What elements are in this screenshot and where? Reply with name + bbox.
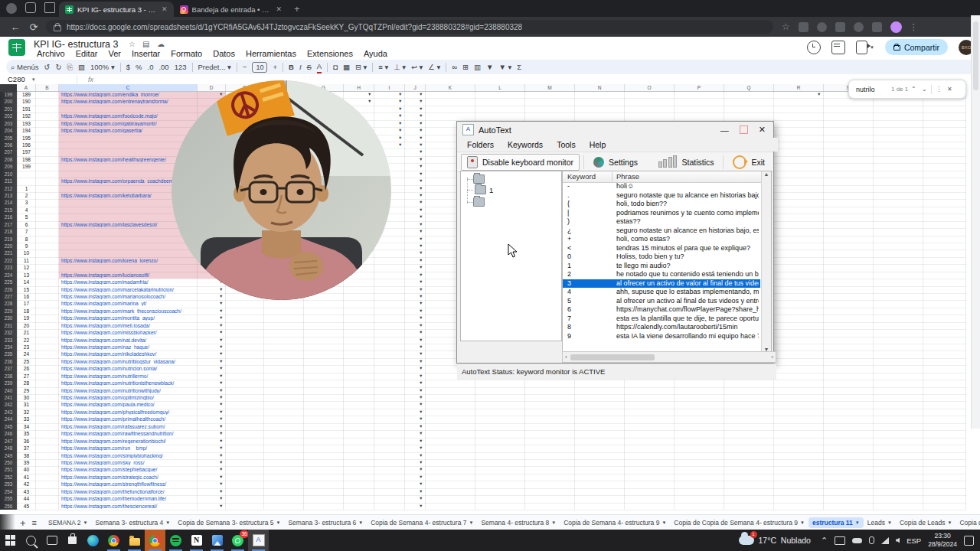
phrase-cell[interactable]: podriamos reunirnos y te cuento como imp…: [616, 209, 759, 217]
cell-link[interactable]: https://www.instagram.com/nat.devita/: [61, 337, 196, 343]
cell-value[interactable]: 7: [17, 229, 36, 234]
cell-dropdown-icon[interactable]: ▼: [419, 402, 423, 407]
cell-dropdown-icon[interactable]: ▼: [419, 431, 423, 436]
cell-link[interactable]: https://www.instagram.com/gabirayamontr/: [61, 121, 196, 126]
cell-dropdown-icon[interactable]: ▼: [219, 388, 223, 393]
tray-device-icon[interactable]: [835, 536, 845, 545]
cell-dropdown-icon[interactable]: ▼: [219, 308, 223, 314]
sheet-tab-menu-icon[interactable]: ▼: [662, 520, 666, 525]
cell-dropdown-icon[interactable]: ▼: [419, 207, 423, 213]
text-color-icon[interactable]: A: [317, 61, 322, 73]
cell-value[interactable]: 199: [17, 164, 36, 169]
photos-icon[interactable]: [207, 530, 227, 551]
cell-link[interactable]: https://www.instagram.com/marianosolocoa…: [61, 294, 196, 299]
action-center-icon[interactable]: [964, 536, 974, 546]
notion-icon[interactable]: N: [186, 530, 207, 551]
autotext-title-bar[interactable]: A AutoText — ✕: [457, 122, 773, 139]
cell-dropdown-icon[interactable]: ▼: [419, 157, 423, 162]
cell-dropdown-icon[interactable]: ▼: [419, 106, 423, 112]
row-header[interactable]: 228: [0, 301, 17, 306]
cell-link[interactable]: https://www.instagram.com/endika_monroe/: [61, 92, 196, 97]
paint-format-icon[interactable]: ▧: [78, 60, 85, 74]
grid-vertical-scrollbar[interactable]: [971, 15, 980, 429]
phrase-cell[interactable]: he notado que tu contenido está teniendo…: [616, 270, 759, 278]
cell-dropdown-icon[interactable]: ▼: [219, 337, 223, 343]
bookmark-star-icon[interactable]: ☆: [782, 22, 790, 32]
phrase-cell[interactable]: al ofrecer un activo al final de tus vid…: [616, 297, 759, 305]
cell-value[interactable]: 36: [17, 439, 36, 444]
text-wrap-icon[interactable]: ↩ ▾: [411, 60, 423, 74]
cell-value[interactable]: 18: [17, 308, 36, 314]
file-explorer-icon[interactable]: [124, 530, 145, 551]
phrase-column-header[interactable]: Phrase: [616, 172, 639, 181]
cell-dropdown-icon[interactable]: ▼: [419, 128, 423, 133]
cell-dropdown-icon[interactable]: ▼: [419, 113, 423, 119]
menu-herramientas[interactable]: Herramientas: [241, 49, 301, 58]
cell-link[interactable]: https://www.instagram.com/nutriblogstur_…: [61, 359, 196, 364]
row-header[interactable]: 236: [0, 359, 17, 364]
row-header[interactable]: 222: [0, 258, 17, 263]
sheet-tab[interactable]: estructura 11▼: [808, 517, 864, 528]
menu-editar[interactable]: Editar: [71, 49, 103, 58]
cell-dropdown-icon[interactable]: ▼: [219, 481, 223, 487]
keyword-cell[interactable]: 6: [567, 305, 609, 313]
cell-link[interactable]: https://www.instagram.com/nikoladeshkov/: [61, 351, 196, 357]
vertical-align-icon[interactable]: ⊥ ▾: [394, 60, 406, 74]
cell-link[interactable]: https://www.instagram.com/optimizingbio/: [61, 395, 196, 400]
phrase-cell[interactable]: holi, todo bien??: [616, 200, 759, 207]
sheet-tab-menu-icon[interactable]: ▼: [855, 520, 860, 525]
cell-value[interactable]: 192: [17, 113, 36, 119]
cell-dropdown-icon[interactable]: ▼: [398, 135, 402, 141]
spotify-icon[interactable]: [165, 530, 186, 551]
keyword-row[interactable]: 6https://manychat.com/flowPlayerPage?sha…: [563, 305, 760, 315]
insert-chart-icon[interactable]: ▥: [474, 60, 481, 74]
find-input[interactable]: nutrilo: [856, 86, 891, 93]
cell-link[interactable]: https://www.instagram.com/lorena_lorenzo…: [61, 258, 196, 263]
keyword-cell[interactable]: ): [567, 217, 609, 225]
cell-dropdown-icon[interactable]: ▼: [419, 323, 423, 328]
cell-dropdown-icon[interactable]: ▼: [398, 142, 402, 148]
keyword-cell[interactable]: 2: [567, 270, 609, 278]
undo-icon[interactable]: ↺: [44, 60, 50, 74]
keyword-row[interactable]: <tendras 15 minutos el para que te expli…: [563, 244, 760, 253]
keyword-cell[interactable]: 1: [567, 262, 609, 269]
font-size-input[interactable]: 10: [252, 62, 267, 73]
row-header[interactable]: 200: [0, 99, 17, 104]
disable-keyboard-monitor-button[interactable]: Disable keyboard monitor: [461, 154, 580, 171]
add-sheet-button[interactable]: +: [20, 517, 26, 529]
browser-menu-icon[interactable]: ⋮: [910, 22, 918, 32]
tab-close-icon[interactable]: ✕: [276, 5, 283, 13]
cell-dropdown-icon[interactable]: ▼: [419, 214, 423, 220]
window-icon[interactable]: [44, 2, 55, 13]
cell-dropdown-icon[interactable]: ▼: [419, 388, 423, 393]
cell-value[interactable]: 28: [17, 380, 36, 386]
keyword-cell[interactable]: <: [567, 244, 609, 252]
cell-value[interactable]: 39: [17, 460, 36, 465]
row-header[interactable]: 234: [0, 344, 17, 350]
row-header[interactable]: 240: [0, 388, 17, 393]
cell-value[interactable]: 29: [17, 388, 36, 393]
cell-value[interactable]: 16: [17, 294, 36, 299]
row-header[interactable]: 220: [0, 243, 17, 249]
sheet-tab-menu-icon[interactable]: ▼: [469, 520, 473, 525]
menu-insertar[interactable]: Insertar: [127, 49, 165, 58]
browser-profile-icon[interactable]: [6, 3, 17, 14]
cell-link[interactable]: https://www.instagram.com/strategic.coac…: [61, 474, 196, 480]
cell-dropdown-icon[interactable]: ▼: [398, 128, 402, 133]
row-header[interactable]: 203: [0, 121, 17, 126]
cell-link[interactable]: https://www.instagram.com/meli.losada/: [61, 323, 196, 328]
phrase-cell[interactable]: seguro notaste un alcance en historias b…: [616, 227, 759, 234]
close-icon[interactable]: ✕: [759, 125, 766, 135]
new-tab-button[interactable]: +: [294, 3, 300, 15]
row-header[interactable]: 239: [0, 380, 17, 386]
cell-value[interactable]: 15: [17, 287, 36, 292]
merge-cells-icon[interactable]: ⊟ ▾: [355, 60, 367, 74]
clock[interactable]: 23:30 28/9/2024: [928, 532, 957, 548]
borders-icon[interactable]: ▦: [343, 60, 350, 74]
cell-value[interactable]: 37: [17, 445, 36, 451]
cell-value[interactable]: 198: [17, 157, 36, 162]
cell-dropdown-icon[interactable]: ▼: [219, 460, 223, 465]
cell-link[interactable]: https://www.instagram.com/rawfitnessandn…: [61, 431, 196, 436]
keyword-row[interactable]: 8https://calendly.com/lautarooberti/15mi…: [563, 323, 760, 332]
cell-dropdown-icon[interactable]: ▼: [419, 301, 423, 306]
